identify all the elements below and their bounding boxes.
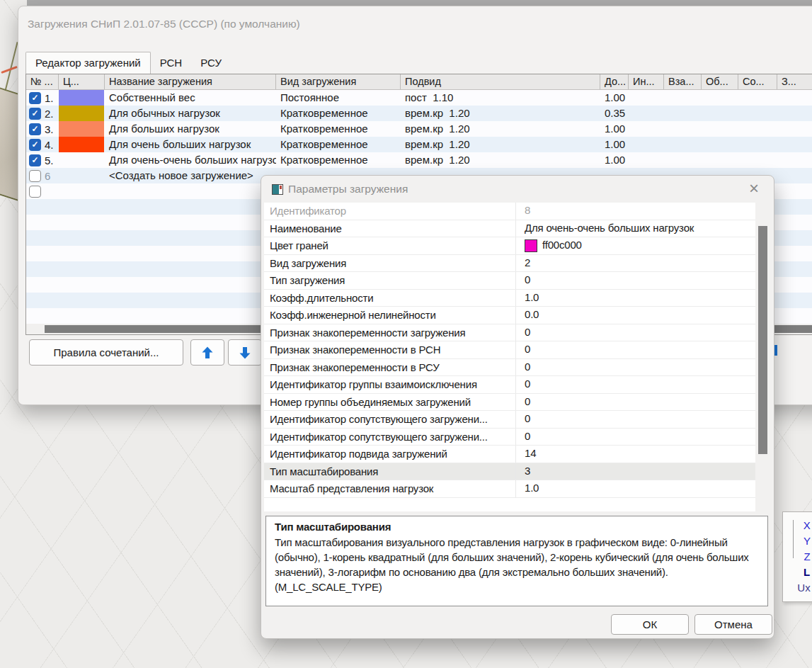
- column-header[interactable]: З...: [777, 74, 812, 89]
- param-dialog-title: Параметры загружения: [288, 183, 408, 196]
- property-row[interactable]: Признак знакопеременности загружения0: [264, 324, 771, 342]
- property-row[interactable]: Идентификатор8: [264, 203, 771, 220]
- property-row[interactable]: Признак знакопеременности в РСУ0: [264, 359, 771, 377]
- load-duration-share: 0.35: [600, 106, 629, 121]
- property-value: 0: [525, 430, 530, 442]
- column-header[interactable]: Ц...: [59, 74, 105, 89]
- row-number: 6: [45, 169, 50, 183]
- move-up-button[interactable]: [190, 339, 224, 366]
- property-row[interactable]: Идентификатор группы взаимоисключения0: [264, 376, 771, 394]
- property-row[interactable]: Идентификатор сопутствующего загружени..…: [264, 429, 771, 446]
- property-row[interactable]: Масштаб представления нагрузок1.0: [264, 480, 771, 498]
- load-color-swatch[interactable]: [59, 121, 104, 137]
- column-header[interactable]: Об...: [702, 74, 738, 89]
- row-number: 4.: [45, 137, 54, 152]
- property-row[interactable]: Тип масштабирования3: [264, 463, 771, 481]
- coord-label-y: Y :: [804, 533, 812, 549]
- load-kind: Постоянное: [276, 90, 401, 106]
- property-value: 0.0: [525, 308, 539, 320]
- table-row[interactable]: ✓1.Собственный весПостоянноепост 1.101.0…: [26, 90, 812, 106]
- property-description-panel: Тип масштабирования Тип масштабирования …: [265, 516, 768, 606]
- row-checkbox[interactable]: [29, 186, 41, 198]
- column-header[interactable]: Подвид: [401, 74, 600, 89]
- vertical-scrollbar-thumb[interactable]: [758, 226, 767, 454]
- close-icon[interactable]: ×: [744, 179, 764, 198]
- property-label: Тип масштабирования: [264, 463, 516, 480]
- vertical-scrollbar[interactable]: [755, 203, 771, 511]
- property-value: 1.0: [525, 482, 539, 494]
- table-row[interactable]: ✓3.Для больших нагрузокКратковременноевр…: [26, 121, 812, 137]
- load-color-swatch[interactable]: [59, 137, 104, 152]
- property-value: 0: [525, 273, 530, 285]
- table-row[interactable]: ✓5.Для очень-очень больших нагрузокКратк…: [26, 152, 812, 168]
- column-header[interactable]: Вид загружения: [276, 74, 401, 89]
- property-row[interactable]: Идентификатор подвида загружений14: [264, 446, 771, 463]
- load-subkind: врем.кр 1.20: [401, 121, 600, 137]
- property-row[interactable]: НаименованиеДля очень-очень больших нагр…: [264, 220, 771, 238]
- row-number: 5.: [45, 153, 54, 168]
- property-row[interactable]: Цвет гранейff00c000: [264, 237, 771, 255]
- row-checkbox[interactable]: ✓: [29, 123, 41, 135]
- column-header[interactable]: До...: [600, 74, 629, 89]
- row-checkbox[interactable]: ✓: [29, 154, 41, 166]
- property-row[interactable]: Коэфф.длительности1.0: [264, 290, 771, 307]
- property-row[interactable]: Номер группы объединяемых загружений0: [264, 394, 771, 412]
- property-row[interactable]: Тип загружения0: [264, 272, 771, 290]
- property-value-cell: 0: [516, 411, 771, 428]
- property-label: Идентификатор сопутствующего загружени..…: [264, 411, 516, 428]
- row-number: 1.: [45, 91, 54, 106]
- cancel-button[interactable]: Отмена: [694, 614, 772, 635]
- face-color-swatch[interactable]: [525, 239, 537, 252]
- property-value-cell: 3: [516, 463, 771, 480]
- combination-rules-button[interactable]: Правила сочетаний...: [29, 339, 183, 366]
- column-header[interactable]: Название загружения: [105, 74, 276, 89]
- column-header[interactable]: Со...: [738, 74, 777, 89]
- column-header[interactable]: Ин...: [629, 74, 664, 89]
- property-label: Признак знакопеременности в РСУ: [264, 359, 516, 376]
- row-checkbox[interactable]: [29, 170, 41, 182]
- tab-rsu[interactable]: РСУ: [191, 52, 231, 74]
- load-kind: Кратковременное: [276, 137, 401, 152]
- tab-rsn[interactable]: РСН: [151, 52, 192, 74]
- property-label: Идентификатор сопутствующего загружени..…: [264, 429, 516, 446]
- move-down-button[interactable]: [228, 339, 262, 366]
- load-parameters-dialog: Параметры загружения × Идентификатор8Наи…: [261, 175, 774, 639]
- tab-bar: Редактор загружений РСН РСУ: [25, 48, 231, 74]
- load-duration-share: 1.00: [600, 90, 629, 106]
- property-value: 1.0: [525, 291, 539, 303]
- property-label: Идентификатор группы взаимоисключения: [264, 376, 516, 393]
- column-header[interactable]: № ...: [26, 74, 59, 89]
- property-label: Цвет граней: [264, 237, 516, 254]
- property-value-cell: 0.0: [516, 307, 771, 324]
- property-value: 0: [525, 378, 530, 390]
- row-checkbox[interactable]: ✓: [29, 139, 41, 151]
- property-value: 0: [525, 343, 530, 355]
- load-kind: Кратковременное: [276, 121, 401, 137]
- column-header[interactable]: Вза...: [664, 74, 702, 89]
- property-row[interactable]: Коэфф.инженерной нелинейности0.0: [264, 307, 771, 324]
- load-color-swatch[interactable]: [59, 90, 104, 106]
- property-value: ff00c000: [542, 239, 582, 251]
- load-color-swatch[interactable]: [59, 106, 104, 121]
- table-row[interactable]: ✓4.Для очень больших нагрузокКратковреме…: [26, 137, 812, 152]
- row-checkbox[interactable]: ✓: [29, 108, 41, 120]
- property-row[interactable]: Вид загружения2: [264, 255, 771, 273]
- load-name: <Создать новое загружение>: [105, 168, 276, 183]
- property-value-cell: 0: [516, 429, 771, 446]
- property-row[interactable]: Признак знакопеременности в РСН0: [264, 341, 771, 359]
- load-subkind: врем.кр 1.20: [401, 137, 600, 152]
- description-title: Тип масштабирования: [275, 521, 759, 533]
- property-row[interactable]: Идентификатор сопутствующего загружени..…: [264, 411, 771, 429]
- dialog-window-icon: [272, 184, 283, 195]
- tab-load-editor[interactable]: Редактор загружений: [25, 52, 151, 74]
- table-row[interactable]: ✓2.Для обычных нагрузокКратковременноевр…: [26, 106, 812, 121]
- row-checkbox[interactable]: ✓: [29, 92, 41, 104]
- property-value-cell: 1.0: [516, 290, 771, 307]
- ok-button[interactable]: ОК: [611, 614, 689, 635]
- property-value: 2: [525, 256, 530, 268]
- loads-dialog-title: Загружения СНиП 2.01.07-85 (СССР) (по ум…: [28, 18, 300, 30]
- row-number: 2.: [45, 106, 54, 121]
- load-name: Для очень-очень больших нагрузок: [105, 152, 276, 168]
- property-label: Идентификатор: [264, 203, 516, 220]
- load-name: Для очень больших нагрузок: [105, 137, 276, 152]
